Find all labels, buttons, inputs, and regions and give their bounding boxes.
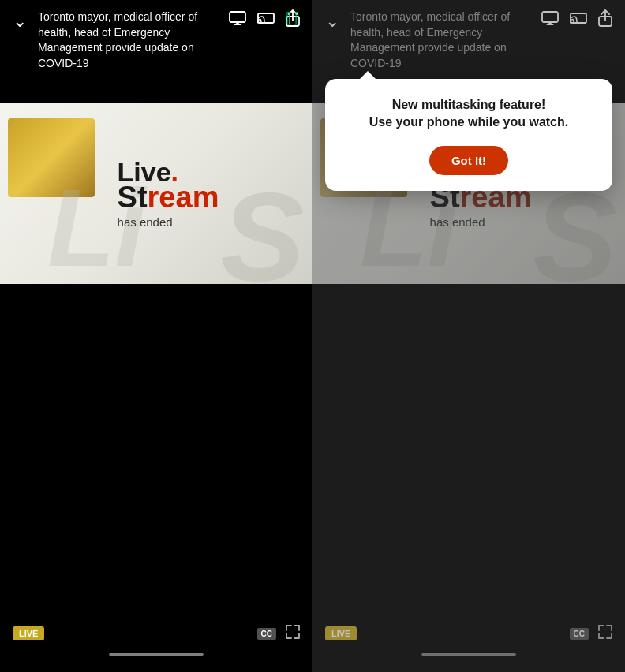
logo-st-left: St bbox=[118, 181, 148, 214]
bottom-controls-right: LIVE CC bbox=[312, 625, 625, 648]
live-badge-right: LIVE bbox=[325, 626, 357, 640]
svg-rect-5 bbox=[542, 12, 558, 22]
cast-icon-left[interactable] bbox=[257, 11, 275, 29]
got-it-button[interactable]: Got It! bbox=[429, 146, 508, 175]
popup-message: New multitasking feature! Use your phone… bbox=[341, 96, 597, 132]
home-indicator-left bbox=[109, 653, 204, 656]
svg-rect-2 bbox=[258, 13, 274, 23]
bg-letter-s: S bbox=[220, 174, 305, 284]
expand-icon-right[interactable] bbox=[598, 625, 612, 642]
logo-hasended-left: has ended bbox=[118, 215, 219, 229]
livestream-logo-left: Live. Stream has ended bbox=[118, 159, 219, 229]
logo-stream-left: Stream bbox=[118, 182, 219, 212]
svg-rect-7 bbox=[571, 13, 586, 23]
chevron-down-btn-right[interactable]: ⌄ bbox=[325, 11, 339, 32]
top-icons-right bbox=[541, 9, 612, 31]
bottom-controls-left: LIVE CC bbox=[0, 625, 312, 648]
cast-icon-right[interactable] bbox=[570, 11, 587, 29]
right-phone-panel: ⟦⟧ ⌄ Toronto mayor, medical officer of h… bbox=[312, 0, 625, 672]
home-indicator-right bbox=[421, 653, 516, 656]
cc-badge-right[interactable]: CC bbox=[570, 628, 589, 640]
share-icon-right[interactable] bbox=[598, 9, 612, 31]
bottom-right-icons-left: CC bbox=[257, 625, 300, 642]
live-badge-left: LIVE bbox=[13, 626, 44, 640]
bottom-bar-right: LIVE CC bbox=[312, 284, 625, 672]
video-thumbnail-left: Li S Live. Stream has ended bbox=[0, 103, 312, 284]
chevron-down-btn-left[interactable]: ⌄ bbox=[13, 11, 27, 32]
airplay-icon-right[interactable] bbox=[541, 11, 559, 29]
video-title-right: Toronto mayor, medical officer of health… bbox=[350, 9, 535, 71]
logo-eam-left: eam bbox=[159, 181, 219, 214]
cc-badge-left[interactable]: CC bbox=[257, 628, 276, 640]
green-indicator-left: ⟦⟧ bbox=[286, 9, 300, 27]
bottom-right-icons-right: CC bbox=[570, 625, 612, 642]
logo-hasended-right: has ended bbox=[430, 215, 532, 229]
bottom-bar-left: LIVE CC bbox=[0, 284, 312, 672]
top-bar-left: ⌄ Toronto mayor, medical officer of heal… bbox=[0, 0, 312, 103]
multitasking-popup: New multitasking feature! Use your phone… bbox=[325, 79, 612, 191]
left-phone-panel: ⟦⟧ ⌄ Toronto mayor, medical officer of h… bbox=[0, 0, 312, 672]
airplay-icon-left[interactable] bbox=[229, 11, 246, 29]
expand-icon-left[interactable] bbox=[286, 625, 300, 642]
svg-rect-0 bbox=[230, 12, 245, 22]
video-title-left: Toronto mayor, medical officer of health… bbox=[38, 9, 223, 71]
